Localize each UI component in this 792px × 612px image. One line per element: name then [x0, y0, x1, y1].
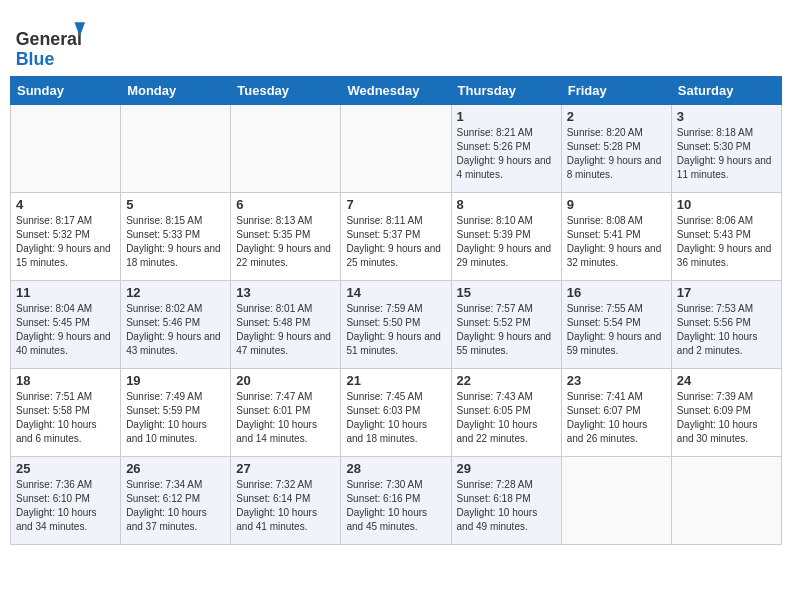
day-info: Sunrise: 7:32 AM Sunset: 6:14 PM Dayligh…: [236, 478, 335, 534]
day-of-week-header: Monday: [121, 77, 231, 105]
calendar-day-cell: 9Sunrise: 8:08 AM Sunset: 5:41 PM Daylig…: [561, 193, 671, 281]
day-info: Sunrise: 7:49 AM Sunset: 5:59 PM Dayligh…: [126, 390, 225, 446]
day-number: 3: [677, 109, 776, 124]
day-info: Sunrise: 8:20 AM Sunset: 5:28 PM Dayligh…: [567, 126, 666, 182]
calendar-day-cell: [11, 105, 121, 193]
day-number: 5: [126, 197, 225, 212]
day-number: 18: [16, 373, 115, 388]
calendar-week-row: 1Sunrise: 8:21 AM Sunset: 5:26 PM Daylig…: [11, 105, 782, 193]
day-number: 2: [567, 109, 666, 124]
calendar-day-cell: 3Sunrise: 8:18 AM Sunset: 5:30 PM Daylig…: [671, 105, 781, 193]
calendar-day-cell: 17Sunrise: 7:53 AM Sunset: 5:56 PM Dayli…: [671, 281, 781, 369]
calendar-day-cell: 18Sunrise: 7:51 AM Sunset: 5:58 PM Dayli…: [11, 369, 121, 457]
calendar-day-cell: 7Sunrise: 8:11 AM Sunset: 5:37 PM Daylig…: [341, 193, 451, 281]
day-number: 14: [346, 285, 445, 300]
day-info: Sunrise: 7:43 AM Sunset: 6:05 PM Dayligh…: [457, 390, 556, 446]
calendar-day-cell: 27Sunrise: 7:32 AM Sunset: 6:14 PM Dayli…: [231, 457, 341, 545]
calendar-table: SundayMondayTuesdayWednesdayThursdayFrid…: [10, 76, 782, 545]
calendar-day-cell: 22Sunrise: 7:43 AM Sunset: 6:05 PM Dayli…: [451, 369, 561, 457]
calendar-day-cell: 26Sunrise: 7:34 AM Sunset: 6:12 PM Dayli…: [121, 457, 231, 545]
day-number: 16: [567, 285, 666, 300]
day-number: 7: [346, 197, 445, 212]
day-of-week-header: Friday: [561, 77, 671, 105]
day-info: Sunrise: 7:30 AM Sunset: 6:16 PM Dayligh…: [346, 478, 445, 534]
logo: General Blue: [14, 20, 94, 70]
day-number: 24: [677, 373, 776, 388]
day-info: Sunrise: 7:59 AM Sunset: 5:50 PM Dayligh…: [346, 302, 445, 358]
day-of-week-header: Thursday: [451, 77, 561, 105]
day-of-week-header: Sunday: [11, 77, 121, 105]
calendar-day-cell: 2Sunrise: 8:20 AM Sunset: 5:28 PM Daylig…: [561, 105, 671, 193]
day-number: 8: [457, 197, 556, 212]
svg-text:General: General: [16, 29, 82, 49]
day-info: Sunrise: 7:57 AM Sunset: 5:52 PM Dayligh…: [457, 302, 556, 358]
day-info: Sunrise: 7:45 AM Sunset: 6:03 PM Dayligh…: [346, 390, 445, 446]
calendar-header-row: SundayMondayTuesdayWednesdayThursdayFrid…: [11, 77, 782, 105]
day-info: Sunrise: 7:39 AM Sunset: 6:09 PM Dayligh…: [677, 390, 776, 446]
day-of-week-header: Tuesday: [231, 77, 341, 105]
day-number: 21: [346, 373, 445, 388]
day-number: 28: [346, 461, 445, 476]
day-info: Sunrise: 8:02 AM Sunset: 5:46 PM Dayligh…: [126, 302, 225, 358]
day-of-week-header: Saturday: [671, 77, 781, 105]
calendar-week-row: 11Sunrise: 8:04 AM Sunset: 5:45 PM Dayli…: [11, 281, 782, 369]
day-info: Sunrise: 8:01 AM Sunset: 5:48 PM Dayligh…: [236, 302, 335, 358]
logo-svg: General Blue: [14, 20, 94, 70]
day-info: Sunrise: 8:18 AM Sunset: 5:30 PM Dayligh…: [677, 126, 776, 182]
calendar-day-cell: 5Sunrise: 8:15 AM Sunset: 5:33 PM Daylig…: [121, 193, 231, 281]
calendar-day-cell: 25Sunrise: 7:36 AM Sunset: 6:10 PM Dayli…: [11, 457, 121, 545]
day-info: Sunrise: 7:28 AM Sunset: 6:18 PM Dayligh…: [457, 478, 556, 534]
calendar-day-cell: 29Sunrise: 7:28 AM Sunset: 6:18 PM Dayli…: [451, 457, 561, 545]
calendar-day-cell: 16Sunrise: 7:55 AM Sunset: 5:54 PM Dayli…: [561, 281, 671, 369]
calendar-day-cell: [671, 457, 781, 545]
svg-text:Blue: Blue: [16, 49, 55, 69]
day-number: 22: [457, 373, 556, 388]
calendar-day-cell: [121, 105, 231, 193]
day-info: Sunrise: 8:21 AM Sunset: 5:26 PM Dayligh…: [457, 126, 556, 182]
page-header: General Blue: [10, 10, 782, 70]
calendar-day-cell: 1Sunrise: 8:21 AM Sunset: 5:26 PM Daylig…: [451, 105, 561, 193]
calendar-day-cell: [341, 105, 451, 193]
calendar-day-cell: 4Sunrise: 8:17 AM Sunset: 5:32 PM Daylig…: [11, 193, 121, 281]
day-number: 26: [126, 461, 225, 476]
day-info: Sunrise: 7:47 AM Sunset: 6:01 PM Dayligh…: [236, 390, 335, 446]
day-info: Sunrise: 7:41 AM Sunset: 6:07 PM Dayligh…: [567, 390, 666, 446]
calendar-day-cell: [231, 105, 341, 193]
day-info: Sunrise: 7:55 AM Sunset: 5:54 PM Dayligh…: [567, 302, 666, 358]
calendar-day-cell: 11Sunrise: 8:04 AM Sunset: 5:45 PM Dayli…: [11, 281, 121, 369]
day-number: 25: [16, 461, 115, 476]
day-info: Sunrise: 8:15 AM Sunset: 5:33 PM Dayligh…: [126, 214, 225, 270]
day-info: Sunrise: 8:13 AM Sunset: 5:35 PM Dayligh…: [236, 214, 335, 270]
day-info: Sunrise: 7:53 AM Sunset: 5:56 PM Dayligh…: [677, 302, 776, 358]
calendar-day-cell: 24Sunrise: 7:39 AM Sunset: 6:09 PM Dayli…: [671, 369, 781, 457]
day-number: 10: [677, 197, 776, 212]
day-number: 15: [457, 285, 556, 300]
calendar-day-cell: [561, 457, 671, 545]
calendar-day-cell: 28Sunrise: 7:30 AM Sunset: 6:16 PM Dayli…: [341, 457, 451, 545]
day-number: 20: [236, 373, 335, 388]
calendar-day-cell: 8Sunrise: 8:10 AM Sunset: 5:39 PM Daylig…: [451, 193, 561, 281]
day-info: Sunrise: 8:04 AM Sunset: 5:45 PM Dayligh…: [16, 302, 115, 358]
calendar-day-cell: 20Sunrise: 7:47 AM Sunset: 6:01 PM Dayli…: [231, 369, 341, 457]
day-of-week-header: Wednesday: [341, 77, 451, 105]
day-info: Sunrise: 8:10 AM Sunset: 5:39 PM Dayligh…: [457, 214, 556, 270]
day-number: 17: [677, 285, 776, 300]
calendar-day-cell: 10Sunrise: 8:06 AM Sunset: 5:43 PM Dayli…: [671, 193, 781, 281]
day-number: 12: [126, 285, 225, 300]
day-number: 23: [567, 373, 666, 388]
calendar-day-cell: 15Sunrise: 7:57 AM Sunset: 5:52 PM Dayli…: [451, 281, 561, 369]
calendar-week-row: 25Sunrise: 7:36 AM Sunset: 6:10 PM Dayli…: [11, 457, 782, 545]
calendar-day-cell: 14Sunrise: 7:59 AM Sunset: 5:50 PM Dayli…: [341, 281, 451, 369]
day-info: Sunrise: 8:17 AM Sunset: 5:32 PM Dayligh…: [16, 214, 115, 270]
day-number: 13: [236, 285, 335, 300]
calendar-week-row: 4Sunrise: 8:17 AM Sunset: 5:32 PM Daylig…: [11, 193, 782, 281]
day-info: Sunrise: 7:51 AM Sunset: 5:58 PM Dayligh…: [16, 390, 115, 446]
day-info: Sunrise: 8:11 AM Sunset: 5:37 PM Dayligh…: [346, 214, 445, 270]
day-info: Sunrise: 8:06 AM Sunset: 5:43 PM Dayligh…: [677, 214, 776, 270]
calendar-day-cell: 13Sunrise: 8:01 AM Sunset: 5:48 PM Dayli…: [231, 281, 341, 369]
calendar-day-cell: 19Sunrise: 7:49 AM Sunset: 5:59 PM Dayli…: [121, 369, 231, 457]
day-number: 29: [457, 461, 556, 476]
day-info: Sunrise: 8:08 AM Sunset: 5:41 PM Dayligh…: [567, 214, 666, 270]
calendar-day-cell: 23Sunrise: 7:41 AM Sunset: 6:07 PM Dayli…: [561, 369, 671, 457]
calendar-day-cell: 21Sunrise: 7:45 AM Sunset: 6:03 PM Dayli…: [341, 369, 451, 457]
